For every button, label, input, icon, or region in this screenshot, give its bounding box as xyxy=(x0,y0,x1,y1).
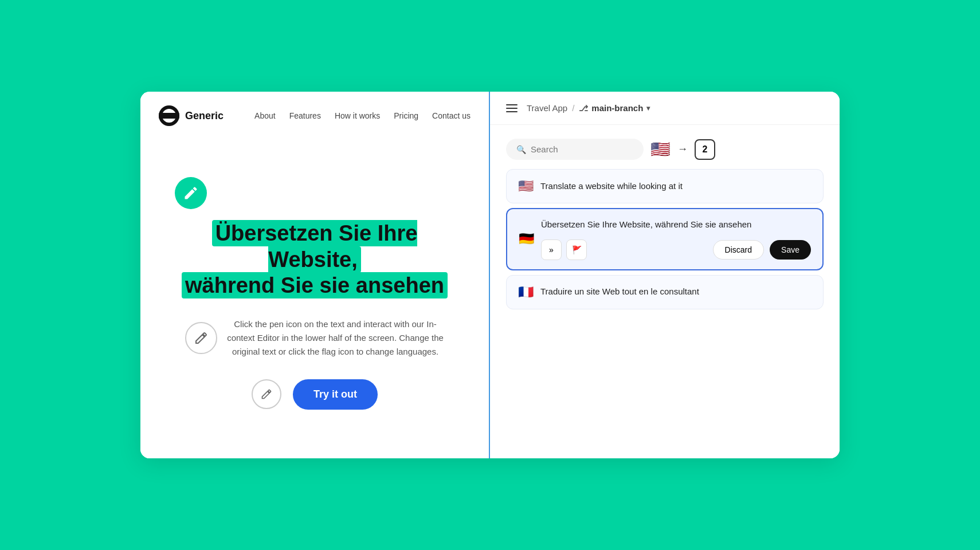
branch-icon: ⎇ xyxy=(579,104,588,113)
pen-small-outline-icon xyxy=(252,379,281,409)
forward-btn[interactable]: » xyxy=(541,239,562,260)
action-btns: Discard Save xyxy=(713,240,811,260)
discard-button[interactable]: Discard xyxy=(713,240,764,260)
translation-text-en: Translate a website while looking at it xyxy=(540,180,812,193)
flag-de: 🇩🇪 xyxy=(519,231,534,246)
left-panel: Generic About Features How it works Pric… xyxy=(140,92,490,458)
right-panel: Travel App / ⎇ main-branch ▾ 🔍 🇺🇸 → 2 xyxy=(490,92,840,458)
nav-header: Generic About Features How it works Pric… xyxy=(140,92,489,140)
count-badge: 2 xyxy=(695,139,715,160)
hamburger-icon[interactable] xyxy=(506,104,518,112)
flag-en: 🇺🇸 xyxy=(518,179,534,194)
right-header: Travel App / ⎇ main-branch ▾ xyxy=(490,92,840,125)
pen-icon-teal xyxy=(175,177,207,209)
arrow-right-icon: → xyxy=(677,143,688,155)
logo-area: Generic xyxy=(159,105,224,126)
breadcrumb: Travel App / ⎇ main-branch ▾ xyxy=(527,103,650,113)
translation-list: 🇺🇸 Translate a website while looking at … xyxy=(506,169,824,309)
logo-icon xyxy=(159,105,179,126)
chevron-down-icon: ▾ xyxy=(646,104,650,112)
main-card: Generic About Features How it works Pric… xyxy=(140,92,840,458)
branch-name: main-branch xyxy=(591,103,643,113)
nav-link-about[interactable]: About xyxy=(254,111,276,120)
search-icon: 🔍 xyxy=(516,145,526,154)
search-bar: 🔍 🇺🇸 → 2 xyxy=(506,139,824,160)
headline-line1: Übersetzen Sie Ihre Website, xyxy=(212,220,418,273)
flag-us-icon: 🇺🇸 xyxy=(650,140,671,159)
flag-fr: 🇫🇷 xyxy=(518,285,534,300)
nav-link-pricing[interactable]: Pricing xyxy=(394,111,418,120)
cta-row: Try it out xyxy=(252,379,378,410)
breadcrumb-app: Travel App xyxy=(527,103,567,113)
pencil-small-svg xyxy=(261,388,272,400)
translation-item-fr[interactable]: 🇫🇷 Traduire un site Web tout en le consu… xyxy=(506,275,824,309)
headline-line2: während Sie sie ansehen xyxy=(182,272,448,298)
search-input[interactable] xyxy=(531,144,633,154)
pencil-outline-svg xyxy=(194,331,208,345)
active-item-content: Übersetzen Sie Ihre Website, während Sie… xyxy=(541,218,811,260)
active-translation-text: Übersetzen Sie Ihre Website, während Sie… xyxy=(541,218,811,231)
right-body: 🔍 🇺🇸 → 2 🇺🇸 Translate a website while lo… xyxy=(490,125,840,323)
translation-item-en[interactable]: 🇺🇸 Translate a website while looking at … xyxy=(506,169,824,203)
breadcrumb-separator: / xyxy=(572,103,574,113)
flag-btn[interactable]: 🚩 xyxy=(566,239,587,260)
nav-link-features[interactable]: Features xyxy=(289,111,321,120)
instruction-text: Click the pen icon on the text and inter… xyxy=(226,317,444,359)
try-it-button[interactable]: Try it out xyxy=(293,379,378,410)
instruction-row: Click the pen icon on the text and inter… xyxy=(185,317,444,359)
pen-outline-icon xyxy=(185,322,217,354)
pencil-svg xyxy=(183,185,199,201)
translation-text-fr: Traduire un site Web tout en le consulta… xyxy=(540,285,812,298)
search-input-wrapper[interactable]: 🔍 xyxy=(506,139,644,160)
save-button[interactable]: Save xyxy=(770,240,811,260)
breadcrumb-branch[interactable]: ⎇ main-branch ▾ xyxy=(579,103,650,113)
translation-item-de[interactable]: 🇩🇪 Übersetzen Sie Ihre Website, während … xyxy=(506,208,824,270)
instructions-block: Click the pen icon on the text and inter… xyxy=(185,317,444,359)
main-headline: Übersetzen Sie Ihre Website, während Sie… xyxy=(163,221,466,299)
left-content: Übersetzen Sie Ihre Website, während Sie… xyxy=(140,140,489,458)
logo-text: Generic xyxy=(185,110,224,122)
nav-link-how-it-works[interactable]: How it works xyxy=(335,111,380,120)
active-actions: » 🚩 Discard Save xyxy=(541,239,811,260)
icon-btn-group: » 🚩 xyxy=(541,239,587,260)
nav-link-contact[interactable]: Contact us xyxy=(432,111,471,120)
nav-links: About Features How it works Pricing Cont… xyxy=(254,111,471,120)
